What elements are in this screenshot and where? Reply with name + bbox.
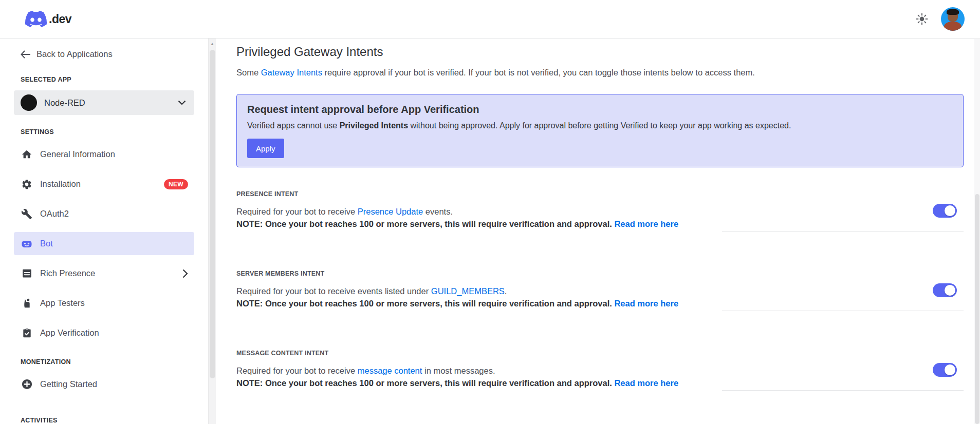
- server-members-intent-toggle[interactable]: [933, 283, 957, 297]
- page-scrollbar[interactable]: [974, 39, 980, 424]
- intent-note-text: NOTE: Once your bot reaches 100 or more …: [236, 378, 614, 388]
- back-to-applications-link[interactable]: Back to Applications: [0, 49, 208, 59]
- page-title: Privileged Gateway Intents: [236, 45, 964, 59]
- selected-app-name: Node-RED: [44, 98, 85, 108]
- intent-desc-pre: Required for your bot to receive: [236, 366, 358, 375]
- intent-desc-pre: Required for your bot to receive events …: [236, 286, 431, 296]
- activities-label: ACTIVITIES: [0, 417, 208, 424]
- intent-label: MESSAGE CONTENT INTENT: [236, 350, 964, 357]
- intro-pre: Some: [236, 68, 261, 77]
- gateway-intents-link[interactable]: Gateway Intents: [261, 68, 322, 77]
- intro-post: require approval if your bot is verified…: [322, 68, 755, 77]
- sidebar-item-label: App Verification: [40, 328, 99, 338]
- sidebar-item-label: Installation: [40, 179, 81, 189]
- sidebar-item-getting-started[interactable]: Getting Started: [14, 373, 194, 396]
- sidebar-item-bot[interactable]: Bot: [14, 232, 194, 255]
- apply-button[interactable]: Apply: [247, 139, 284, 158]
- intent-desc-post: in most messages.: [422, 366, 495, 375]
- banner-body: Verified apps cannot use Privileged Inte…: [247, 120, 953, 131]
- sidebar-item-app-testers[interactable]: App Testers: [14, 292, 194, 315]
- back-link-label: Back to Applications: [36, 49, 113, 59]
- sidebar-item-label: Bot: [40, 239, 53, 248]
- banner-body-post: without being approved. Apply for approv…: [408, 121, 791, 130]
- banner-body-pre: Verified apps cannot use: [247, 121, 340, 130]
- message-content-intent-toggle[interactable]: [933, 363, 957, 377]
- intent-note: NOTE: Once your bot reaches 100 or more …: [236, 377, 964, 389]
- bot-icon: [21, 238, 33, 250]
- sidebar-item-label: App Testers: [40, 298, 85, 308]
- monetization-label: MONETIZATION: [0, 358, 208, 365]
- discord-dev-logo[interactable]: .dev: [25, 11, 71, 27]
- intent-description: Required for your bot to receive message…: [236, 364, 964, 377]
- sun-icon: [916, 13, 928, 25]
- app-verification-icon: [21, 327, 33, 339]
- top-header: .dev: [0, 0, 980, 38]
- intro-text: Some Gateway Intents require approval if…: [236, 67, 964, 78]
- sidebar-item-rich-presence[interactable]: Rich Presence: [14, 262, 194, 285]
- theme-toggle-button[interactable]: [915, 12, 929, 26]
- message-content-intent-row: MESSAGE CONTENT INTENT Required for your…: [236, 350, 964, 424]
- settings-label: SETTINGS: [0, 128, 208, 136]
- presence-intent-toggle[interactable]: [933, 204, 957, 218]
- toggle-knob: [945, 364, 955, 375]
- presence-update-link[interactable]: Presence Update: [358, 207, 423, 216]
- intent-label: SERVER MEMBERS INTENT: [236, 270, 964, 277]
- page-scrollbar-thumb[interactable]: [975, 194, 979, 424]
- intent-note-text: NOTE: Once your bot reaches 100 or more …: [236, 219, 614, 228]
- logo-suffix-text: .dev: [49, 12, 71, 26]
- presence-intent-row: PRESENCE INTENT Required for your bot to…: [236, 190, 964, 270]
- app-selector[interactable]: Node-RED: [14, 90, 194, 115]
- sidebar-scrollbar[interactable]: ▲: [208, 38, 216, 424]
- chevron-down-icon: [178, 100, 186, 105]
- scrollbar-thumb[interactable]: [210, 50, 215, 378]
- home-icon: [21, 148, 33, 161]
- sidebar-item-label: Rich Presence: [40, 268, 95, 278]
- rich-presence-icon: [21, 267, 33, 280]
- sidebar-item-label: Getting Started: [40, 379, 97, 389]
- user-avatar[interactable]: [941, 7, 965, 31]
- intent-description: Required for your bot to receive Presenc…: [236, 205, 964, 218]
- selected-app-label: SELECTED APP: [0, 76, 208, 83]
- sidebar-item-general-information[interactable]: General Information: [14, 143, 194, 166]
- guild-members-link[interactable]: GUILD_MEMBERS: [431, 286, 505, 296]
- divider: [722, 231, 964, 232]
- toggle-knob: [945, 285, 955, 296]
- intent-desc-post: events.: [423, 207, 453, 216]
- app-testers-icon: [21, 297, 33, 310]
- divider: [722, 390, 964, 391]
- intent-label: PRESENCE INTENT: [236, 190, 964, 198]
- gear-icon: [21, 178, 33, 190]
- toggle-knob: [945, 205, 955, 216]
- banner-body-bold: Privileged Intents: [340, 121, 408, 130]
- chevron-right-icon: [182, 269, 188, 278]
- sidebar-item-installation[interactable]: Installation NEW: [14, 172, 194, 196]
- read-more-link[interactable]: Read more here: [614, 219, 678, 228]
- divider: [722, 311, 964, 311]
- scrollbar-up-arrow-icon[interactable]: ▲: [210, 42, 214, 46]
- discord-logo-icon: [25, 11, 47, 27]
- intent-desc-pre: Required for your bot to receive: [236, 207, 358, 216]
- message-content-link[interactable]: message content: [358, 366, 422, 375]
- wrench-icon: [21, 208, 33, 220]
- sidebar-item-app-verification[interactable]: App Verification: [14, 321, 194, 344]
- main-content: Privileged Gateway Intents Some Gateway …: [216, 38, 980, 424]
- read-more-link[interactable]: Read more here: [614, 299, 678, 308]
- banner-title: Request intent approval before App Verif…: [247, 104, 953, 115]
- intent-note-text: NOTE: Once your bot reaches 100 or more …: [236, 299, 614, 308]
- back-arrow-icon: [21, 50, 31, 59]
- intent-note: NOTE: Once your bot reaches 100 or more …: [236, 218, 964, 230]
- intent-approval-banner: Request intent approval before App Verif…: [236, 94, 964, 167]
- sidebar: Back to Applications SELECTED APP Node-R…: [0, 38, 208, 424]
- intent-description: Required for your bot to receive events …: [236, 285, 964, 297]
- intent-note: NOTE: Once your bot reaches 100 or more …: [236, 297, 964, 310]
- intent-desc-post: .: [505, 286, 507, 296]
- plus-circle-icon: [21, 378, 33, 391]
- sidebar-item-label: General Information: [40, 149, 115, 159]
- app-avatar: [21, 94, 37, 111]
- sidebar-item-oauth2[interactable]: OAuth2: [14, 202, 194, 225]
- new-badge: NEW: [164, 179, 188, 189]
- read-more-link[interactable]: Read more here: [614, 378, 678, 388]
- sidebar-item-label: OAuth2: [40, 209, 69, 219]
- server-members-intent-row: SERVER MEMBERS INTENT Required for your …: [236, 270, 964, 350]
